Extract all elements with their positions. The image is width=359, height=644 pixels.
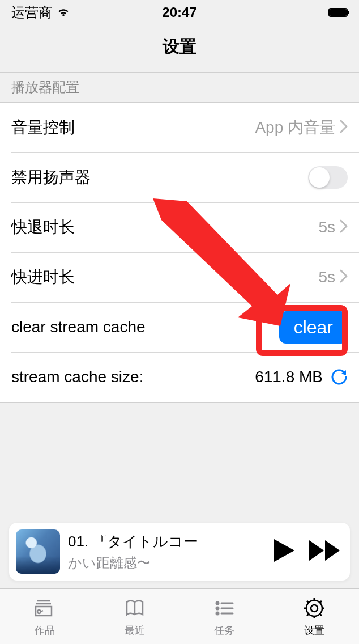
tab-recent[interactable]: 最近: [90, 589, 180, 644]
chevron-right-icon: [340, 218, 348, 237]
row-value: 5s: [318, 268, 335, 286]
row-forward-duration[interactable]: 快进时长 5s: [0, 252, 359, 302]
book-icon: [123, 596, 147, 622]
row-volume-control[interactable]: 音量控制 App 内音量: [0, 103, 359, 152]
list-icon: [212, 596, 236, 622]
row-label: stream cache size:: [11, 368, 143, 386]
tab-label: 设置: [304, 624, 324, 637]
switch-disable-speaker[interactable]: [308, 166, 348, 189]
svg-point-3: [216, 607, 219, 609]
mini-player[interactable]: 01. 『タイトルコー かい距離感〜: [9, 523, 350, 581]
status-time: 20:47: [162, 5, 196, 20]
tab-bar: 作品 最近 任务 设置: [0, 588, 359, 644]
svg-point-2: [216, 602, 219, 604]
row-label: clear stream cache: [11, 318, 146, 336]
refresh-icon[interactable]: [331, 368, 348, 385]
tab-label: 作品: [35, 624, 55, 637]
mini-player-text: 01. 『タイトルコー かい距離感〜: [68, 532, 266, 572]
carrier-label: 运营商: [11, 3, 52, 22]
section-header-player-config: 播放器配置: [0, 72, 359, 102]
tab-settings[interactable]: 设置: [270, 589, 360, 644]
tab-label: 任务: [214, 624, 234, 637]
tab-works[interactable]: 作品: [0, 589, 90, 644]
play-icon[interactable]: [274, 539, 294, 564]
svg-line-17: [319, 601, 322, 603]
row-value: 5s: [318, 218, 335, 236]
page-title: 设置: [0, 25, 359, 72]
row-label: 音量控制: [11, 117, 75, 138]
tab-tasks[interactable]: 任务: [180, 589, 270, 644]
row-clear-stream-cache: clear stream cache clear: [0, 302, 359, 352]
row-value: 611.8 MB: [255, 368, 323, 386]
row-disable-speaker: 禁用扬声器: [0, 152, 359, 202]
row-value: App 内音量: [255, 117, 335, 138]
status-bar: 运营商 20:47: [0, 0, 359, 25]
row-label: 禁用扬声器: [11, 167, 91, 188]
battery-icon: [328, 8, 348, 17]
clear-button[interactable]: clear: [279, 311, 348, 344]
works-icon: [33, 596, 57, 622]
settings-list: 音量控制 App 内音量 禁用扬声器 快退时长 5s 快进时长 5s: [0, 102, 359, 402]
tab-label: 最近: [125, 624, 145, 637]
svg-line-14: [307, 601, 309, 603]
row-rewind-duration[interactable]: 快退时长 5s: [0, 202, 359, 252]
album-art: [16, 529, 60, 574]
wifi-icon: [57, 5, 70, 20]
row-stream-cache-size: stream cache size: 611.8 MB: [0, 352, 359, 402]
switch-knob: [309, 167, 330, 188]
fast-forward-icon[interactable]: [309, 540, 340, 563]
svg-line-16: [307, 613, 309, 616]
row-label: 快退时长: [11, 217, 75, 238]
chevron-right-icon: [340, 268, 348, 287]
svg-point-4: [216, 612, 219, 615]
track-title: 01. 『タイトルコー: [68, 532, 266, 552]
row-label: 快进时长: [11, 266, 75, 288]
svg-line-15: [319, 613, 322, 616]
svg-point-8: [311, 605, 318, 612]
track-subtitle: かい距離感〜: [68, 554, 266, 572]
svg-point-1: [37, 610, 41, 613]
gear-icon: [302, 596, 326, 622]
chevron-right-icon: [340, 118, 348, 137]
